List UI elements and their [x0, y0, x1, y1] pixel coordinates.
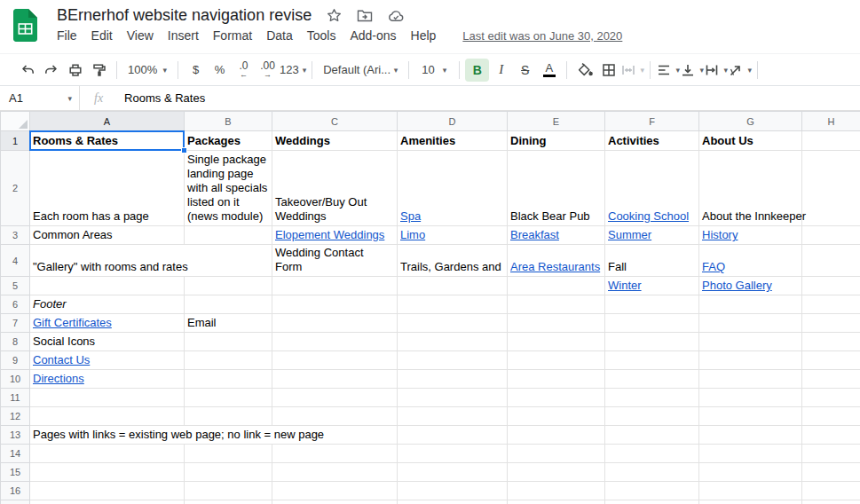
row-header-16[interactable]: 16 — [1, 482, 30, 500]
cell-C2[interactable]: Takeover/Buy Out Weddings — [272, 151, 398, 226]
italic-button[interactable]: I — [489, 59, 513, 82]
menu-addons[interactable]: Add-ons — [343, 28, 403, 43]
cell-G2[interactable]: About the Innkeeper — [699, 151, 802, 226]
cell-F2[interactable]: Cooking School — [605, 151, 699, 226]
cell-H15[interactable] — [802, 463, 860, 482]
star-icon[interactable] — [327, 8, 342, 23]
row-header-12[interactable]: 12 — [1, 407, 30, 426]
cell-A17[interactable] — [30, 500, 185, 504]
menu-format[interactable]: Format — [206, 28, 259, 43]
cell-H17[interactable] — [802, 500, 860, 504]
cell-B10[interactable] — [185, 370, 272, 389]
cell-H16[interactable] — [802, 482, 860, 500]
cell-B15[interactable] — [185, 463, 272, 482]
cell-A11[interactable] — [30, 389, 185, 407]
menu-file[interactable]: File — [57, 28, 84, 43]
cell-H9[interactable] — [802, 351, 860, 370]
bold-button[interactable]: B — [465, 59, 489, 82]
cell-H14[interactable] — [802, 445, 860, 463]
cell-G8[interactable] — [699, 333, 802, 351]
column-header-C[interactable]: C — [272, 112, 398, 131]
row-header-10[interactable]: 10 — [1, 370, 30, 389]
move-folder-icon[interactable] — [357, 9, 373, 23]
cell-E4[interactable]: Area Restaurants — [508, 245, 605, 277]
cell-G15[interactable] — [699, 463, 802, 482]
cell-F13[interactable] — [605, 426, 699, 445]
cell-A6[interactable]: Footer — [30, 295, 185, 314]
document-title[interactable]: BErnerhof website navigation revise — [57, 6, 312, 25]
menu-tools[interactable]: Tools — [300, 28, 343, 43]
cell-A15[interactable] — [30, 463, 185, 482]
cell-hyperlink[interactable]: Contact Us — [33, 353, 90, 366]
cell-hyperlink[interactable]: History — [702, 228, 738, 241]
cell-A9[interactable]: Contact Us — [30, 351, 185, 370]
increase-decimal-button[interactable]: .00→ — [256, 59, 280, 82]
row-header-9[interactable]: 9 — [1, 351, 30, 370]
cell-D9[interactable] — [398, 351, 508, 370]
row-header-17[interactable]: 17 — [1, 500, 30, 504]
cell-F12[interactable] — [605, 407, 699, 426]
cell-F1[interactable]: Activities — [605, 131, 699, 151]
merge-cells-icon[interactable]: ▾ — [620, 59, 644, 82]
cell-G13[interactable] — [699, 426, 802, 445]
cell-hyperlink[interactable]: Photo Gallery — [702, 279, 772, 292]
cell-E17[interactable] — [508, 500, 605, 504]
redo-button[interactable] — [39, 59, 63, 82]
cell-A14[interactable] — [30, 445, 185, 463]
cell-B17[interactable] — [185, 500, 272, 504]
row-header-7[interactable]: 7 — [1, 314, 30, 333]
cell-A3[interactable]: Common Areas — [30, 226, 185, 245]
row-header-14[interactable]: 14 — [1, 445, 30, 463]
cell-B6[interactable] — [185, 295, 272, 314]
cell-B11[interactable] — [185, 389, 272, 407]
cell-F14[interactable] — [605, 445, 699, 463]
row-header-11[interactable]: 11 — [1, 389, 30, 407]
cell-hyperlink[interactable]: Spa — [400, 209, 421, 223]
cell-D1[interactable]: Amenities — [398, 131, 508, 151]
currency-button[interactable]: $ — [184, 59, 208, 82]
cell-E16[interactable] — [508, 482, 605, 500]
number-format-select[interactable]: 123▾ — [280, 59, 306, 82]
cell-H6[interactable] — [802, 295, 860, 314]
cell-E8[interactable] — [508, 333, 605, 351]
cell-D12[interactable] — [398, 407, 508, 426]
text-rotation-icon[interactable]: ▾ — [728, 59, 752, 82]
column-header-D[interactable]: D — [398, 112, 508, 131]
cell-H11[interactable] — [802, 389, 860, 407]
cell-A2[interactable]: Each room has a page — [30, 151, 185, 226]
row-header-4[interactable]: 4 — [1, 245, 30, 277]
cell-B12[interactable] — [185, 407, 272, 426]
menu-insert[interactable]: Insert — [161, 28, 206, 43]
cell-B14[interactable] — [185, 445, 272, 463]
cell-D5[interactable] — [398, 277, 508, 295]
column-header-H[interactable]: H — [802, 112, 860, 131]
cell-C6[interactable] — [272, 295, 398, 314]
cell-F4[interactable]: Fall — [605, 245, 699, 277]
cloud-saved-icon[interactable] — [388, 9, 405, 22]
column-header-E[interactable]: E — [508, 112, 605, 131]
cell-C11[interactable] — [272, 389, 398, 407]
cell-C16[interactable] — [272, 482, 398, 500]
font-size-select[interactable]: 10▾ — [414, 59, 454, 82]
cell-F3[interactable]: Summer — [605, 226, 699, 245]
cell-A4[interactable]: "Gallery" with rooms and rates — [30, 245, 272, 277]
percent-button[interactable]: % — [208, 59, 232, 82]
cell-E15[interactable] — [508, 463, 605, 482]
cell-F10[interactable] — [605, 370, 699, 389]
vertical-align-icon[interactable]: ▾ — [680, 59, 704, 82]
name-box[interactable]: A1 ▾ — [0, 86, 80, 110]
cell-C5[interactable] — [272, 277, 398, 295]
cell-H10[interactable] — [802, 370, 860, 389]
cell-D4[interactable]: Trails, Gardens and — [398, 245, 508, 277]
cell-hyperlink[interactable]: Winter — [608, 279, 642, 292]
cell-E12[interactable] — [508, 407, 605, 426]
cell-A10[interactable]: Directions — [30, 370, 185, 389]
fill-color-icon[interactable] — [572, 59, 596, 82]
cell-hyperlink[interactable]: Directions — [33, 372, 84, 385]
cell-E9[interactable] — [508, 351, 605, 370]
cell-D7[interactable] — [398, 314, 508, 333]
cell-H5[interactable] — [802, 277, 860, 295]
cell-C17[interactable] — [272, 500, 398, 504]
cell-C12[interactable] — [272, 407, 398, 426]
column-header-G[interactable]: G — [699, 112, 802, 131]
